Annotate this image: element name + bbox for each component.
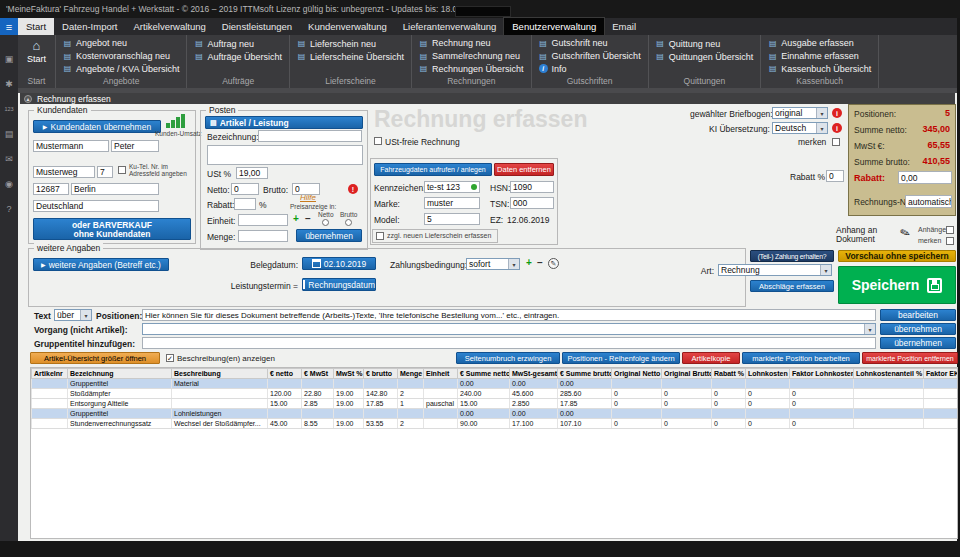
einheit-field[interactable]: [238, 214, 288, 226]
posten-uebernehmen-button[interactable]: übernehmen: [296, 229, 362, 242]
ki-info-icon[interactable]: i: [832, 123, 842, 133]
plz-field[interactable]: 12687: [33, 183, 69, 195]
reihenfolge-button[interactable]: Positionen - Reihenfolge ändern: [562, 352, 680, 364]
column-header-artikelnr[interactable]: Artikelnr: [32, 369, 68, 379]
remove-icon[interactable]: –: [305, 213, 311, 224]
position-bearbeiten-button[interactable]: markierte Position bearbeiten: [742, 352, 860, 364]
add-icon[interactable]: +: [293, 213, 299, 224]
document-icon[interactable]: ▤: [0, 126, 18, 141]
ribbon-item-lieferschein-neu[interactable]: ▤Lieferschein neu: [297, 37, 404, 50]
marke-field[interactable]: muster: [424, 197, 480, 209]
add-zahlung-icon[interactable]: +: [526, 257, 532, 268]
artikel-uebersicht-button[interactable]: Artikel-Übersicht größer öffnen: [30, 352, 160, 364]
column-header-original-brutto[interactable]: Original Brutto: [662, 369, 712, 379]
ribbon-item-kassenbuch-uebersicht[interactable]: ▤Kassenbuch Übersicht: [768, 62, 871, 75]
nachname-field[interactable]: Mustermann: [33, 140, 109, 152]
collapse-icon[interactable]: ▲: [24, 95, 32, 103]
position-entfernen-button[interactable]: markierte Position entfernen: [862, 352, 958, 364]
table-row[interactable]: StundenverrechnungssatzWechsel der Stoßd…: [32, 419, 959, 429]
ribbon-item-auftraege-uebersicht[interactable]: ▤Aufträge Übersicht: [194, 50, 282, 63]
column-header-rabatt[interactable]: Rabatt %: [712, 369, 746, 379]
column-header-menge[interactable]: Menge: [398, 369, 424, 379]
column-header-netto[interactable]: € netto: [268, 369, 302, 379]
window-icon[interactable]: ▣: [0, 51, 18, 66]
ribbon-item-angebot-neu[interactable]: ▤Angebot neu: [63, 37, 179, 50]
model-field[interactable]: 5: [424, 213, 480, 225]
menu-tab-benutzerverwaltung[interactable]: Benutzerverwaltung: [504, 18, 604, 35]
vorschau-button[interactable]: Vorschau ohne speichern: [838, 250, 956, 262]
briefbogen-info-icon[interactable]: i: [832, 108, 842, 118]
anhaenge-checkbox[interactable]: [946, 226, 954, 234]
daten-entfernen-button[interactable]: Daten entfernen: [494, 163, 554, 176]
text-bearbeiten-button[interactable]: bearbeiten: [880, 309, 956, 321]
netto-field[interactable]: 0: [231, 183, 259, 195]
ribbon-item-lieferscheine-uebersicht[interactable]: ▤Lieferscheine Übersicht: [297, 50, 404, 63]
artikelkopie-button[interactable]: Artikelkopie: [682, 352, 740, 364]
ribbon-item-rechnungen-uebersicht[interactable]: ▤Rechnungen Übersicht: [419, 62, 524, 75]
ribbon-item-info[interactable]: iInfo: [539, 62, 641, 75]
menu-tab-start[interactable]: Start: [18, 18, 54, 35]
kundendaten-uebernehmen-button[interactable]: ▶ Kundendaten übernehmen: [33, 120, 161, 133]
barverkauf-button[interactable]: oder BARVERKAUF ohne Kundendaten: [33, 218, 191, 240]
dokument-text-field[interactable]: Hier können Sie für dieses Dokument betr…: [142, 309, 876, 321]
column-header-lohnkostenanteil[interactable]: Lohnkostenanteil %: [854, 369, 924, 379]
ribbon-item-kostenvoranschlag-neu[interactable]: ▤Kostenvoranschlag neu: [63, 50, 179, 63]
remove-zahlung-icon[interactable]: –: [537, 257, 543, 268]
brutto-radio[interactable]: [345, 219, 352, 226]
help-icon[interactable]: ?: [0, 201, 18, 216]
rechnungsdatum-button[interactable]: Rechnungsdatum: [302, 278, 376, 291]
text-ueber-dropdown[interactable]: über ▾: [54, 309, 92, 321]
ribbon-item-quittung-neu[interactable]: ▤Quittung neu: [656, 37, 754, 50]
column-header-faktor-ek-vk[interactable]: Faktor EK VK: [924, 369, 959, 379]
menu-tab-email[interactable]: Email: [604, 18, 644, 35]
rabatt-sum-field[interactable]: 0,00: [898, 171, 952, 184]
ribbon-item-ausgabe-erfassen[interactable]: ▤Ausgabe erfassen: [768, 37, 871, 50]
vorgang-uebernehmen-button[interactable]: übernehmen: [880, 323, 956, 335]
ribbon-start-button[interactable]: ⌂ Start Start: [18, 35, 56, 88]
fahrzeugdaten-button[interactable]: Fahrzeugdaten aufrufen / anlegen: [374, 163, 492, 176]
column-header-original-netto[interactable]: Original Netto: [612, 369, 662, 379]
teilzahlung-button[interactable]: (Teil-) Zahlung erhalten?: [750, 250, 834, 262]
ribbon-item-sammelrechnung-neu[interactable]: ▤Sammelrechnung neu: [419, 50, 524, 63]
ust-field[interactable]: 19,00: [236, 167, 268, 179]
gruppentitel-field[interactable]: [142, 337, 876, 349]
rabatt-field[interactable]: [234, 198, 256, 210]
column-header-mwst-gesamt[interactable]: MwSt-gesamt: [510, 369, 558, 379]
column-header-brutto[interactable]: € brutto: [364, 369, 398, 379]
hausnr-field[interactable]: 7: [97, 166, 113, 178]
rechnungsnr-field[interactable]: automatisch: [905, 195, 952, 208]
ribbon-item-quittungen-uebersicht[interactable]: ▤Quittungen Übersicht: [656, 50, 754, 63]
column-header-beschreibung[interactable]: Beschreibung: [172, 369, 268, 379]
column-header-mwst[interactable]: € MwSt: [302, 369, 334, 379]
column-header-mwst[interactable]: MwSt %: [334, 369, 364, 379]
vorgang-dropdown[interactable]: ▾: [142, 323, 876, 335]
seitenumbruch-button[interactable]: Seitenumbruch erzwingen: [456, 352, 560, 364]
bezeichnung-field[interactable]: [258, 130, 362, 142]
price-warning-icon[interactable]: !: [348, 184, 358, 194]
ribbon-item-rechnung-neu[interactable]: ▤Rechnung neu: [419, 37, 524, 50]
artikel-leistung-button[interactable]: ▤ Artikel / Leistung: [205, 116, 363, 129]
kennzeichen-field[interactable]: te-st 123: [424, 181, 480, 193]
rabatt-pct-field[interactable]: 0: [826, 170, 844, 182]
speichern-button[interactable]: Speichern: [838, 266, 956, 304]
kunden-umsatz-chart-icon[interactable]: [166, 114, 185, 128]
abschlaege-button[interactable]: Abschläge erfassen: [750, 280, 834, 292]
ribbon-item-einnahme-erfassen[interactable]: ▤Einnahme erfassen: [768, 50, 871, 63]
ust-frei-checkbox[interactable]: [374, 137, 382, 145]
netto-radio[interactable]: [322, 219, 329, 226]
briefbogen-dropdown[interactable]: original ▾: [772, 107, 828, 119]
ribbon-item-gutschriften-uebersicht[interactable]: ▤Gutschriften Übersicht: [539, 50, 641, 63]
tsn-field[interactable]: 000: [510, 197, 554, 209]
ort-field[interactable]: Berlin: [71, 183, 159, 195]
hilfe-link[interactable]: Hilfe: [300, 193, 316, 202]
settings-icon[interactable]: ✱: [0, 76, 18, 91]
merken-checkbox[interactable]: [832, 138, 840, 146]
zahlung-dropdown[interactable]: sofort ▾: [466, 258, 520, 270]
ribbon-item-angebote-kva-uebersicht[interactable]: ▤Angebote / KVA Übersicht: [63, 62, 179, 75]
menu-tab-artikelverwaltung[interactable]: Artikelverwaltung: [126, 18, 214, 35]
column-header-summe-brutto[interactable]: € Summe brutto: [558, 369, 612, 379]
anhang-merken-checkbox[interactable]: [946, 237, 954, 245]
beschreibung-textarea[interactable]: [207, 145, 363, 165]
menu-tab-dienstleistungen[interactable]: Dienstleistungen: [214, 18, 300, 35]
ki-dropdown[interactable]: Deutsch ▾: [772, 122, 828, 134]
